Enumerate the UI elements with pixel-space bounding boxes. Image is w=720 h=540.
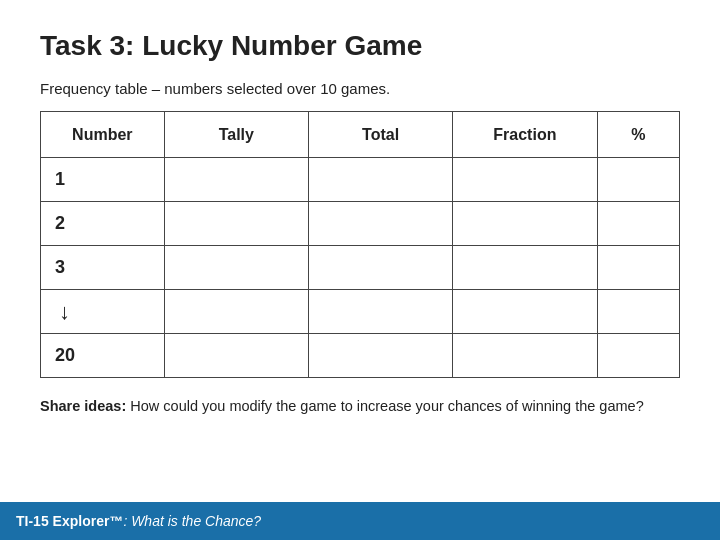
row20-percent: [597, 334, 679, 378]
row20-total: [308, 334, 452, 378]
row-arrow-fraction: [453, 290, 597, 334]
row20-number: 20: [41, 334, 165, 378]
col-header-tally: Tally: [164, 112, 308, 158]
bottom-bar-text: TI-15 Explorer™: What is the Chance?: [16, 513, 261, 529]
subtitle: Frequency table – numbers selected over …: [40, 80, 680, 97]
row2-total: [308, 202, 452, 246]
row-arrow-tally: [164, 290, 308, 334]
row3-percent: [597, 246, 679, 290]
page-container: Task 3: Lucky Number Game Frequency tabl…: [0, 0, 720, 540]
table-row: 2: [41, 202, 680, 246]
row1-number: 1: [41, 158, 165, 202]
row3-total: [308, 246, 452, 290]
table-row-arrow: ↓: [41, 290, 680, 334]
table-row: 20: [41, 334, 680, 378]
col-header-total: Total: [308, 112, 452, 158]
row1-tally: [164, 158, 308, 202]
table-row: 1: [41, 158, 680, 202]
row2-percent: [597, 202, 679, 246]
page-title: Task 3: Lucky Number Game: [40, 30, 680, 62]
col-header-percent: %: [597, 112, 679, 158]
frequency-table: Number Tally Total Fraction % 1 2: [40, 111, 680, 378]
row-arrow-number: ↓: [41, 290, 165, 334]
brand-name: TI-15 Explorer™: [16, 513, 123, 529]
brand-tagline: : What is the Chance?: [123, 513, 261, 529]
share-ideas-label: Share ideas:: [40, 398, 126, 414]
col-header-number: Number: [41, 112, 165, 158]
col-header-fraction: Fraction: [453, 112, 597, 158]
bottom-bar: TI-15 Explorer™: What is the Chance?: [0, 502, 720, 540]
row1-percent: [597, 158, 679, 202]
share-ideas-body: How could you modify the game to increas…: [126, 398, 643, 414]
row1-fraction: [453, 158, 597, 202]
row3-fraction: [453, 246, 597, 290]
row-arrow-total: [308, 290, 452, 334]
row-arrow-percent: [597, 290, 679, 334]
table-row: 3: [41, 246, 680, 290]
row3-tally: [164, 246, 308, 290]
row2-fraction: [453, 202, 597, 246]
row1-total: [308, 158, 452, 202]
row2-number: 2: [41, 202, 165, 246]
row20-tally: [164, 334, 308, 378]
row3-number: 3: [41, 246, 165, 290]
row2-tally: [164, 202, 308, 246]
row20-fraction: [453, 334, 597, 378]
share-ideas-text: Share ideas: How could you modify the ga…: [40, 396, 680, 418]
